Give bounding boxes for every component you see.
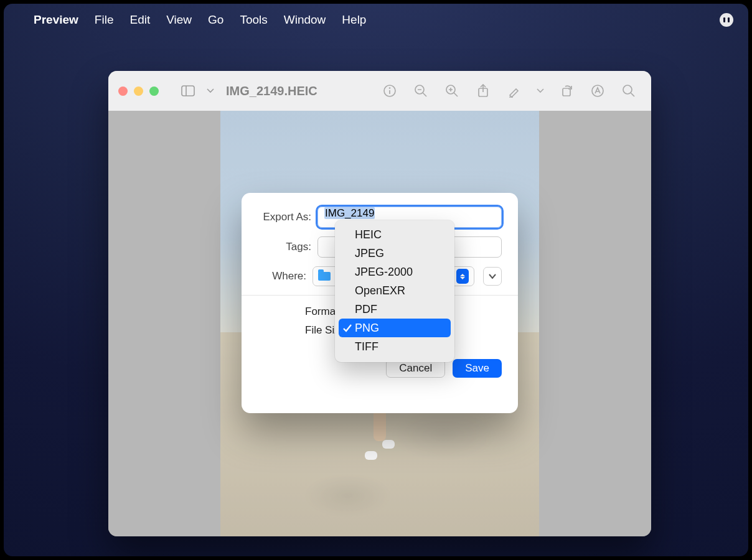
svg-line-12 [454, 93, 458, 96]
format-option-openexr[interactable]: OpenEXR [339, 281, 451, 300]
zoom-out-icon[interactable] [408, 84, 433, 98]
app-menu[interactable]: Preview [34, 13, 78, 27]
highlight-icon[interactable] [502, 84, 527, 98]
svg-point-7 [390, 88, 390, 88]
format-option-heic[interactable]: HEIC [339, 225, 451, 244]
where-expand-button[interactable] [483, 267, 502, 286]
share-icon[interactable] [471, 83, 496, 98]
where-label: Where: [258, 270, 313, 282]
rotate-icon[interactable] [554, 84, 579, 98]
status-menu-icon[interactable] [718, 12, 735, 28]
format-option-tiff[interactable]: TIFF [339, 337, 451, 356]
window-titlebar: IMG_2149.HEIC [108, 71, 651, 111]
format-option-png[interactable]: PNG [339, 319, 451, 337]
export-as-value: IMG_2149 [324, 207, 375, 219]
format-option-label: HEIC [355, 228, 382, 241]
menu-window[interactable]: Window [284, 13, 326, 27]
highlight-menu-chevron-icon[interactable] [533, 88, 548, 93]
menu-file[interactable]: File [95, 13, 114, 27]
checkmark-icon [342, 323, 352, 333]
format-option-label: PNG [355, 322, 379, 335]
format-label: Format [305, 306, 339, 318]
menu-bar: Preview File Edit View Go Tools Window H… [4, 4, 748, 36]
svg-rect-1 [723, 17, 725, 22]
format-option-jpeg[interactable]: JPEG [339, 244, 451, 263]
markup-icon[interactable] [585, 84, 610, 98]
save-button[interactable]: Save [453, 359, 502, 378]
svg-point-20 [623, 85, 632, 94]
svg-line-21 [631, 93, 634, 96]
tags-label: Tags: [258, 241, 317, 253]
format-option-label: JPEG-2000 [355, 266, 413, 279]
format-option-label: OpenEXR [355, 284, 405, 297]
svg-line-9 [423, 93, 426, 96]
window-title: IMG_2149.HEIC [226, 84, 317, 98]
zoom-window-button[interactable] [149, 86, 159, 96]
format-option-pdf[interactable]: PDF [339, 300, 451, 319]
traffic-lights [118, 86, 159, 96]
search-icon[interactable] [616, 84, 641, 98]
sidebar-toggle-button[interactable] [177, 82, 199, 100]
format-option-label: JPEG [355, 247, 384, 260]
sidebar-menu-chevron-icon[interactable] [205, 82, 216, 100]
minimize-window-button[interactable] [134, 86, 143, 96]
format-option-jpeg-2000[interactable]: JPEG-2000 [339, 263, 451, 281]
export-as-label: Export As: [258, 211, 317, 223]
menu-help[interactable]: Help [342, 13, 366, 27]
svg-rect-3 [182, 86, 194, 96]
menu-view[interactable]: View [166, 13, 192, 27]
info-icon[interactable] [377, 84, 402, 98]
format-option-label: TIFF [355, 340, 378, 353]
folder-icon [318, 272, 331, 281]
where-stepper-icon [456, 269, 469, 284]
close-window-button[interactable] [118, 86, 128, 96]
menu-tools[interactable]: Tools [240, 13, 267, 27]
zoom-in-icon[interactable] [439, 84, 464, 98]
menu-edit[interactable]: Edit [129, 13, 150, 27]
format-dropdown: HEIC JPEG JPEG-2000 OpenEXR PDF PNG TIFF [335, 220, 454, 362]
format-option-label: PDF [355, 303, 377, 316]
svg-point-0 [720, 13, 733, 27]
menu-go[interactable]: Go [208, 13, 223, 27]
svg-rect-2 [728, 17, 730, 22]
